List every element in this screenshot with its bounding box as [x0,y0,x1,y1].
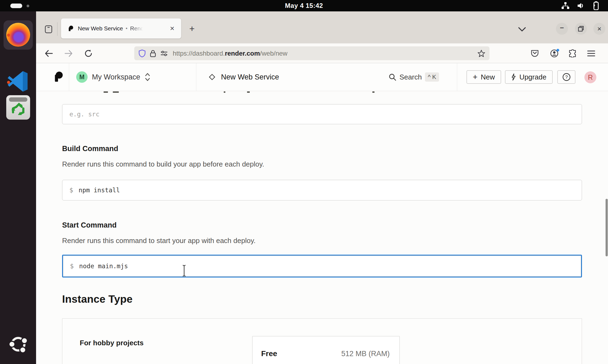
new-button-label: New [481,73,495,81]
clipped-text-fragment [113,91,119,93]
start-command-field[interactable]: $ [62,255,582,277]
chevron-down-icon [518,27,526,32]
tracking-shield-icon [139,49,146,58]
free-plan-card[interactable]: Free 512 MB (RAM) [252,336,400,364]
clipped-text-fragment [372,91,375,93]
tabbar-separator [57,22,57,36]
page-title-group: New Web Service [209,63,279,91]
forward-arrow-icon [64,50,73,57]
upgrade-button-label: Upgrade [519,73,546,81]
new-button[interactable]: + New [466,70,501,84]
workspace-selector[interactable]: M My Workspace [76,63,151,91]
hamburger-menu-icon [587,50,595,57]
instance-type-card: For hobby projects Free 512 MB (RAM) [62,318,582,364]
clock[interactable]: May 4 15:42 [0,0,608,11]
url-path: /web/new [260,50,287,57]
header-divider [457,63,457,91]
back-button[interactable] [42,47,56,60]
start-command-description: Render runs this command to start your a… [62,237,255,245]
dock-item-vscode[interactable] [6,69,31,94]
close-icon: × [170,25,174,32]
running-indicator-dot [7,81,10,84]
extensions-button[interactable] [566,47,580,60]
reload-button[interactable] [82,47,95,60]
system-tray[interactable] [561,0,600,11]
new-tab-button[interactable]: + [186,22,198,35]
firefox-view-icon [44,25,53,34]
minimize-button[interactable]: – [556,23,568,35]
build-command-label: Build Command [62,145,118,153]
page-viewport: M My Workspace New Web Service [36,63,608,364]
gnome-top-bar: May 4 15:42 [0,0,608,11]
build-command-description: Render runs this command to build your a… [62,160,264,168]
recycle-symbol-icon [11,103,25,116]
bookmark-star-icon [478,50,485,57]
search-icon [389,73,396,81]
list-all-tabs-button[interactable] [516,23,529,35]
forward-button[interactable] [62,47,75,60]
close-window-button[interactable]: × [593,23,605,35]
bookmark-button[interactable] [475,47,487,59]
permissions-icon [160,50,168,56]
root-directory-field[interactable] [62,104,582,124]
header-divider [196,63,196,91]
build-command-field[interactable]: $ [62,180,582,200]
instance-type-heading: Instance Type [62,293,133,305]
account-icon [550,49,559,58]
url-text[interactable]: https://dashboard.render.com/web/new [173,50,475,57]
service-diamond-icon [209,74,216,81]
url-bar[interactable]: https://dashboard.render.com/web/new [134,46,489,60]
tab-new-web-service[interactable]: New Web Service • Rend × [61,18,181,39]
tab-close-button[interactable]: × [168,24,177,33]
clipped-text-fragment [247,91,250,93]
lightning-icon [511,74,516,81]
page-scrollbar-thumb[interactable] [606,199,608,256]
render-favicon-icon [67,25,74,32]
restore-icon [578,26,584,32]
maximize-button[interactable] [575,23,587,35]
instance-audience-label: For hobby projects [80,339,143,347]
root-directory-input[interactable] [69,111,575,118]
account-button[interactable] [548,47,561,60]
tab-title-separator: • [126,26,127,31]
tab-title: New Web Service • Rend [78,25,168,32]
ubuntu-show-apps-button[interactable] [8,334,29,355]
help-button[interactable]: ? [557,70,575,84]
shell-prompt: $ [69,187,73,194]
search-button[interactable]: Search ^ K [389,63,439,91]
tab-strip: New Web Service • Rend × + – × [36,11,608,43]
back-arrow-icon [44,50,53,57]
battery-icon [592,1,600,10]
clipped-text-fragment [224,91,225,93]
search-label: Search [399,73,422,81]
menu-button[interactable] [584,47,598,60]
start-command-input[interactable] [79,263,574,270]
text-cursor-icon [182,264,186,277]
volume-icon [577,2,585,10]
svg-text:?: ? [565,75,568,80]
page-title: New Web Service [221,73,279,81]
render-logo-icon [52,71,64,83]
trash-icon [6,95,30,120]
start-command-label: Start Command [62,221,117,229]
search-shortcut-badge: ^ K [425,72,439,82]
navigation-toolbar: https://dashboard.render.com/web/new [36,43,608,63]
pocket-button[interactable] [528,47,542,60]
ubuntu-logo-icon [8,334,29,355]
dock-item-firefox[interactable] [6,22,31,47]
build-command-input[interactable] [79,187,575,194]
render-app-header: M My Workspace New Web Service [36,63,608,91]
running-indicator-dot [7,34,10,37]
ubuntu-dock [0,11,36,364]
dock-item-trash[interactable] [6,95,31,120]
close-icon: × [597,25,601,33]
user-avatar[interactable]: R [584,71,596,83]
network-icon [561,2,569,10]
pocket-icon [531,50,539,57]
url-domain: render.com [225,50,260,57]
workspace-avatar: M [76,71,88,83]
firefox-view-button[interactable] [43,23,55,35]
chevron-up-down-icon [145,73,151,81]
plus-icon: + [473,72,478,82]
upgrade-button[interactable]: Upgrade [505,70,553,84]
